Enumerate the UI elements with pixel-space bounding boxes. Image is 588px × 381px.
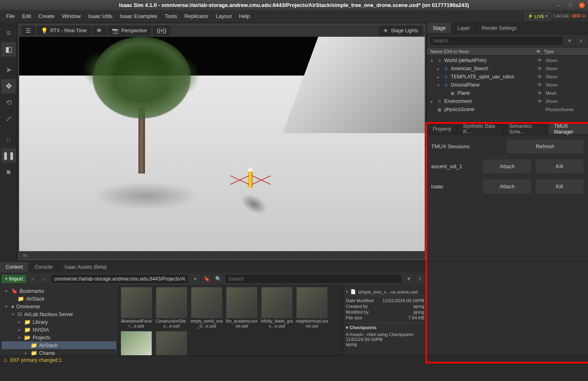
filter-icon[interactable]: ▼ <box>565 36 575 46</box>
stage-search-input[interactable] <box>429 36 563 46</box>
asset-thumbnail[interactable]: infinity_blade_gras…e.usd <box>261 287 293 329</box>
menu-icon[interactable]: ≡ <box>415 274 425 284</box>
tab-property[interactable]: Property <box>427 123 457 134</box>
menu-edit[interactable]: Edit <box>18 11 35 21</box>
twisty-icon[interactable]: ▾ <box>429 58 434 63</box>
stage-row[interactable]: ▣physicsScenePhysicsScene <box>427 105 588 114</box>
rotate-tool-icon[interactable]: ⟲ <box>1 95 16 110</box>
asset-thumbnail[interactable]: empty_world_one_d…e.usd <box>190 287 223 329</box>
tab-console[interactable]: Console <box>29 262 58 272</box>
twisty-icon[interactable]: ▾ <box>3 304 9 309</box>
path-input[interactable] <box>51 274 189 284</box>
visibility-button[interactable]: 👁 <box>92 26 106 36</box>
minimize-icon[interactable]: — <box>556 2 562 8</box>
menu-tools[interactable]: Tools <box>161 11 180 21</box>
file-tree-row[interactable]: ▾📂Projects <box>2 334 116 341</box>
twisty-icon[interactable]: ▸ <box>429 99 434 104</box>
broadcast-button[interactable]: ((•)) <box>153 26 171 36</box>
tab-synthetic-data[interactable]: Synthetic Data R… <box>457 123 503 134</box>
file-tree-row[interactable]: 📁AirStack <box>2 295 116 303</box>
stop-icon[interactable]: ■ <box>1 165 16 179</box>
stage-lights-dropdown[interactable]: ☀Stage Lights <box>379 26 422 36</box>
asset-thumbnail[interactable]: neighborhood.scene.usd <box>296 287 328 329</box>
tab-content[interactable]: Content <box>0 262 29 272</box>
asset-thumbnail[interactable]: ConstructionSite.s…e.usd <box>155 287 188 329</box>
visibility-toggle[interactable]: 👁 <box>534 98 546 104</box>
import-button[interactable]: +Import <box>2 275 26 283</box>
asset-thumbnail[interactable]: UrbanUndergroun…e.usd <box>155 331 188 355</box>
tab-isaac-assets[interactable]: Isaac Assets (Beta) <box>58 262 112 272</box>
asset-thumbnail[interactable]: AbandonedFactor…e.usd <box>120 287 153 329</box>
visibility-toggle[interactable]: 👁 <box>534 66 546 71</box>
tab-tmux-manager[interactable]: TMUX Manager <box>548 123 588 134</box>
stage-row[interactable]: ▾⋔GroundPlane👁Xform <box>427 81 588 89</box>
render-mode-dropdown[interactable]: 💡RTX - Real-Time <box>37 26 91 36</box>
menu-window[interactable]: Window <box>58 11 84 21</box>
visibility-toggle[interactable]: 👁 <box>534 74 546 80</box>
snap-tool-icon[interactable]: ∩ <box>1 132 16 147</box>
maximize-icon[interactable]: ☐ <box>568 2 573 8</box>
move-tool-icon[interactable]: ✥ <box>1 79 16 94</box>
tab-render-settings[interactable]: Render Settings <box>475 22 522 33</box>
chevron-down-icon[interactable]: ▾ <box>346 289 348 294</box>
stage-row[interactable]: ▸⋔Environment👁Xform <box>427 97 588 105</box>
search-icon[interactable]: 🔍 <box>213 274 223 284</box>
stage-row[interactable]: ▸⋔American_Beech👁Xform <box>427 65 588 73</box>
menu-help[interactable]: Help <box>235 11 254 21</box>
stage-row[interactable]: ▾⋔World (defaultPrim)👁Xform <box>427 56 588 65</box>
visibility-toggle[interactable]: 👁 <box>534 82 546 88</box>
tab-layer[interactable]: Layer <box>451 22 475 33</box>
select-tool-icon[interactable]: ➤ <box>1 62 16 77</box>
nav-back-button[interactable]: ‹ <box>28 274 38 284</box>
tab-stage[interactable]: Stage <box>427 22 451 33</box>
chevron-down-icon[interactable]: ▾ <box>346 325 348 330</box>
cube-icon[interactable]: ◧ <box>1 42 16 57</box>
hamburger-icon[interactable]: ≡ <box>1 26 16 40</box>
twisty-icon[interactable]: ▾ <box>3 289 9 293</box>
filter-icon[interactable]: ▼ <box>404 274 414 284</box>
twisty-icon[interactable]: ▸ <box>435 67 441 71</box>
options-icon[interactable]: ≡ <box>576 36 586 46</box>
visibility-toggle[interactable]: 👁 <box>534 58 546 63</box>
twisty-icon[interactable]: ▸ <box>16 320 22 324</box>
file-tree-row[interactable]: ▸📁NVIDIA <box>2 326 116 334</box>
asset-thumbnail[interactable]: fire_academy.scene.usd <box>225 287 258 329</box>
stage-row[interactable]: ▸⋔TEMPLATE_spirit_uav_robot👁Xform <box>427 73 588 81</box>
close-icon[interactable]: ✕ <box>579 2 585 8</box>
menu-replicator[interactable]: Replicator <box>181 11 212 21</box>
live-badge[interactable]: ⚡LIVE▾ <box>525 12 551 20</box>
stage-row[interactable]: ▣Plane👁Mesh <box>427 89 588 97</box>
content-search-input[interactable] <box>225 274 402 284</box>
chevron-down-icon[interactable]: ▾ <box>190 274 200 284</box>
file-tree-row[interactable]: ▾🔖Bookmarks <box>2 287 116 295</box>
menu-isaac-examples[interactable]: Isaac Examples <box>116 11 161 21</box>
asset-thumbnail[interactable]: simple_tree_one_dr…e.usd <box>120 331 153 355</box>
file-tree-row[interactable]: ▾⛁AirLab Nucleus Server <box>2 310 116 318</box>
twisty-icon[interactable]: ▸ <box>16 328 22 332</box>
twisty-icon[interactable]: ▸ <box>435 75 441 79</box>
menu-layout[interactable]: Layout <box>212 11 235 21</box>
pause-icon[interactable]: ❚❚ <box>1 148 16 163</box>
attach-button[interactable]: Attach <box>483 159 532 174</box>
twisty-icon[interactable]: ▸ <box>23 351 29 355</box>
file-tree-row[interactable]: 📁AirStack <box>2 341 116 349</box>
file-tree-row[interactable]: ▸📁Champ <box>2 349 116 355</box>
scale-tool-icon[interactable]: ⤢ <box>1 111 16 126</box>
viewport-settings-button[interactable]: ☰ <box>22 26 35 36</box>
menu-file[interactable]: File <box>2 11 18 21</box>
twisty-icon[interactable]: ▾ <box>16 335 22 340</box>
camera-dropdown[interactable]: 📷Perspective <box>108 26 151 36</box>
viewport-3d[interactable] <box>19 37 425 251</box>
tab-semantics[interactable]: Semantics Sche… <box>503 123 548 134</box>
nav-forward-button[interactable]: › <box>39 274 49 284</box>
refresh-button[interactable]: Refresh <box>506 139 584 154</box>
kill-button[interactable]: Kill <box>535 179 584 194</box>
menu-create[interactable]: Create <box>35 11 58 21</box>
twisty-icon[interactable]: ▾ <box>435 83 441 87</box>
bookmark-icon[interactable]: 🔖 <box>202 274 212 284</box>
checkpoint-entry[interactable]: #<head>. <Not using Checkpoint> <box>346 332 424 337</box>
stage-header-name[interactable]: Name (Old to New) <box>430 49 532 54</box>
cache-status[interactable]: CACHE: OFF ⛁ <box>553 13 586 19</box>
file-tree-row[interactable]: ▸📁Library <box>2 318 116 326</box>
visibility-toggle[interactable]: 👁 <box>534 90 546 96</box>
